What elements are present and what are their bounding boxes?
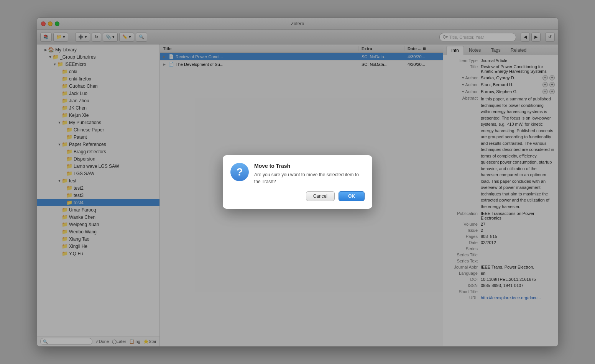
dialog-content-area: Move to Trash Are you sure you want to m…: [254, 163, 365, 185]
dialog-buttons: Cancel OK: [230, 191, 365, 201]
dialog: ? Move to Trash Are you sure you want to…: [223, 155, 372, 209]
dialog-cancel-button[interactable]: Cancel: [306, 191, 335, 201]
dialog-icon: ?: [230, 163, 249, 181]
dialog-header: ? Move to Trash Are you sure you want to…: [230, 163, 365, 185]
dialog-message: Are you sure you want to move the select…: [254, 171, 365, 185]
dialog-overlay: ? Move to Trash Are you sure you want to…: [37, 17, 558, 347]
dialog-title: Move to Trash: [254, 163, 365, 169]
dialog-ok-button[interactable]: OK: [339, 191, 365, 201]
dialog-icon-text: ?: [236, 166, 243, 178]
